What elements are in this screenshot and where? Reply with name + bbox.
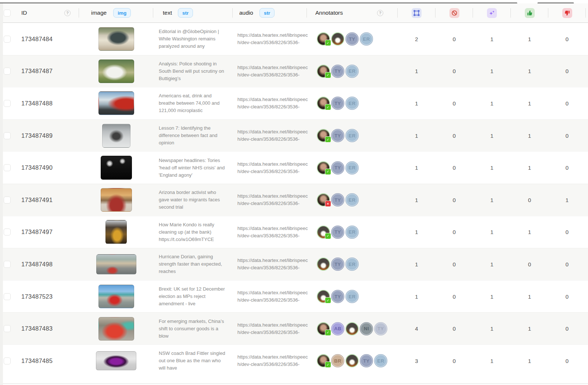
table-row[interactable]: 173487488 Americans eat, drink and breat…: [3, 87, 588, 119]
id-help-icon[interactable]: ?: [64, 10, 71, 16]
select-all-checkbox[interactable]: [4, 10, 11, 17]
rejected-count: 0: [548, 23, 586, 55]
task-audio-url: https://data.heartex.net/librispeech/dev…: [237, 289, 309, 304]
table-row[interactable]: 173487485 NSW coach Brad Fittler singled…: [3, 345, 588, 377]
row-checkbox[interactable]: [4, 357, 11, 364]
task-text: Brexit: UK set for 12 December election …: [159, 285, 227, 307]
task-audio-cell: https://data.heartex.net/librispeech/dev…: [233, 216, 307, 248]
task-id: 173487491: [21, 197, 53, 204]
task-id: 173487523: [21, 293, 53, 300]
annotation-accepted-badge-icon: ✓: [325, 136, 331, 143]
task-image-cell: [79, 345, 153, 377]
column-type-badge-img: img: [113, 8, 131, 18]
annotator-avatar: ER: [345, 226, 359, 239]
footer-border-line: [3, 384, 588, 384]
task-audio-url: https://data.heartex.net/librispeech/dev…: [237, 32, 309, 46]
table-row[interactable]: 173487523 Brexit: UK set for 12 December…: [3, 280, 588, 313]
task-image-thumbnail[interactable]: [98, 317, 134, 341]
task-id: 173487485: [21, 357, 53, 364]
predictions-count: 1: [473, 55, 511, 87]
annotator-avatar: TY: [331, 97, 344, 110]
task-id: 173487498: [21, 261, 53, 268]
table-row[interactable]: 173487483 For emerging markets, China’s …: [3, 312, 588, 345]
table-row[interactable]: 173487497 How Marie Kondo is really clea…: [3, 216, 588, 248]
header-cell-accepted-count[interactable]: [511, 3, 548, 22]
row-checkbox[interactable]: [4, 197, 11, 204]
annotator-avatar-hamster: [317, 258, 330, 271]
annotator-avatar: ER: [345, 65, 359, 78]
row-checkbox[interactable]: [4, 293, 11, 300]
accepted-count: 1: [511, 313, 548, 345]
header-cell-annotations-count[interactable]: [398, 3, 435, 22]
annotation-accepted-badge-icon: ✓: [325, 40, 331, 46]
rejected-count-icon: [562, 8, 572, 18]
annotator-avatar: BR: [331, 354, 344, 367]
annotators-help-icon[interactable]: ?: [377, 10, 383, 16]
rejected-count: 0: [548, 87, 586, 119]
task-image-cell: [79, 87, 153, 119]
row-checkbox[interactable]: [4, 68, 11, 75]
task-image-thumbnail[interactable]: [101, 188, 132, 212]
annotator-avatar: ER: [345, 193, 359, 206]
task-text-cell: Lesson 7: Identifying the difference bet…: [153, 120, 233, 152]
task-id: 173487490: [21, 164, 53, 171]
row-checkbox[interactable]: [4, 261, 11, 268]
header-cell-text[interactable]: text str: [153, 3, 233, 22]
table-row[interactable]: 173487487 Analysis: Police shooting in S…: [3, 55, 588, 87]
row-checkbox[interactable]: [4, 229, 11, 235]
row-checkbox[interactable]: [4, 325, 11, 332]
rejected-count: 0: [548, 55, 586, 87]
column-type-badge-str: str: [259, 8, 275, 18]
task-text: Editorial in @GlobeOpinion | While Washi…: [159, 28, 227, 50]
task-image-thumbnail[interactable]: [105, 220, 127, 244]
task-image-thumbnail[interactable]: [96, 351, 136, 370]
header-cell-rejected-count[interactable]: [548, 3, 586, 22]
annotators-cell: ✕TYER: [307, 184, 398, 216]
row-checkbox[interactable]: [4, 132, 11, 139]
rejected-count: 0: [548, 120, 586, 152]
left-gutter: [0, 3, 3, 385]
task-image-thumbnail[interactable]: [101, 156, 132, 180]
task-audio-cell: https://data.heartex.net/librispeech/dev…: [233, 87, 307, 119]
row-checkbox[interactable]: [4, 36, 11, 43]
header-cell-id[interactable]: ID ?: [18, 3, 79, 22]
predictions-count-icon: [487, 8, 497, 18]
annotators-cell: ✓TYER: [307, 281, 398, 313]
header-cell-annotators[interactable]: Annotators ?: [307, 3, 398, 22]
header-cell-predictions-count[interactable]: [473, 3, 511, 22]
task-id: 173487488: [21, 100, 53, 107]
row-checkbox[interactable]: [4, 164, 11, 171]
task-image-thumbnail[interactable]: [98, 91, 134, 115]
task-image-thumbnail[interactable]: [96, 254, 136, 274]
task-id-cell: 173487485: [18, 345, 79, 377]
annotator-avatar: TY: [345, 32, 359, 46]
task-image-thumbnail[interactable]: [102, 124, 130, 148]
rejected-count: 0: [548, 281, 586, 313]
annotators-cell: ✓TYER: [307, 55, 398, 87]
task-audio-url: https://data.heartex.net/librispeech/dev…: [237, 353, 309, 368]
task-id-cell: 173487487: [18, 55, 79, 87]
table-row[interactable]: 173487491 Arizona border activist who ga…: [3, 184, 588, 216]
table-row[interactable]: 173487484 Editorial in @GlobeOpinion | W…: [3, 23, 588, 55]
header-cell-audio[interactable]: audio str: [233, 3, 307, 22]
task-image-thumbnail[interactable]: [98, 60, 134, 83]
header-cell-skipped-count[interactable]: [435, 3, 473, 22]
rejected-count: 0: [548, 216, 586, 248]
task-text-cell: Analysis: Police shooting in South Bend …: [153, 55, 233, 87]
row-checkbox[interactable]: [4, 100, 11, 107]
task-image-cell: [79, 313, 153, 345]
annotation-accepted-badge-icon: ✓: [325, 72, 331, 78]
task-id-cell: 173487483: [18, 313, 79, 345]
annotator-avatar: ER: [345, 161, 359, 174]
table-row[interactable]: 173487489 Lesson 7: Identifying the diff…: [3, 119, 588, 152]
row-checkbox-cell: [3, 216, 18, 248]
annotators-cell: ✓TYER: [307, 216, 398, 248]
header-cell-image[interactable]: image img: [79, 3, 153, 22]
annotation-rejected-badge-icon: ✕: [325, 201, 331, 207]
task-image-thumbnail[interactable]: [98, 27, 134, 51]
table-row[interactable]: 173487490 Newspaper headlines: Tories 'h…: [3, 151, 588, 184]
task-image-thumbnail[interactable]: [98, 285, 134, 308]
task-text-cell: Editorial in @GlobeOpinion | While Washi…: [153, 23, 233, 55]
table-row[interactable]: 173487498 Hurricane Dorian, gaining stre…: [3, 248, 588, 280]
task-audio-cell: https://data.heartex.net/librispeech/dev…: [233, 55, 307, 87]
